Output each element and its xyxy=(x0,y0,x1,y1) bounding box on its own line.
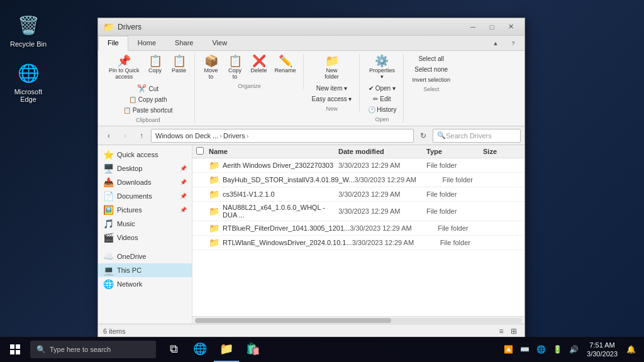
tray-keyboard[interactable]: ⌨️ xyxy=(518,338,531,361)
paste-shortcut-button[interactable]: 📋 Paste shortcut xyxy=(120,105,176,116)
recycle-bin-icon[interactable]: 🗑️ Recycle Bin xyxy=(6,13,50,48)
sidebar-item-documents[interactable]: 📄 Documents 📌 xyxy=(98,189,192,203)
forward-button[interactable]: › xyxy=(118,129,132,143)
copy-to-button[interactable]: 📋 Copyto xyxy=(224,53,247,82)
refresh-button[interactable]: ↻ xyxy=(416,129,430,143)
horizontal-scrollbar[interactable] xyxy=(192,316,525,324)
up-button[interactable]: ↑ xyxy=(135,129,148,143)
back-button[interactable]: ‹ xyxy=(102,129,116,143)
sidebar-item-network[interactable]: 🌐 Network xyxy=(98,277,192,291)
sidebar-item-videos[interactable]: 🎬 Videos xyxy=(98,231,192,244)
table-row[interactable]: 📁 NAU88L21_x64_1.0.6.0_WHQL - DUA ... 3/… xyxy=(192,202,525,221)
details-view-button[interactable]: ≡ xyxy=(496,326,507,337)
task-view-button[interactable]: ⧉ xyxy=(161,337,186,362)
taskbar-explorer-button[interactable]: 📁 xyxy=(214,337,239,362)
tray-notification[interactable]: 🔔 xyxy=(624,338,638,361)
sidebar-label-desktop: Desktop xyxy=(117,165,142,172)
taskbar-store-button[interactable]: 🛍️ xyxy=(240,337,265,362)
properties-button[interactable]: ⚙️ Properties▾ xyxy=(366,53,398,82)
minimize-button[interactable]: ─ xyxy=(464,21,482,33)
window-controls: ─ □ ✕ xyxy=(464,21,519,33)
tab-view[interactable]: View xyxy=(203,36,236,51)
tray-network[interactable]: 🌐 xyxy=(534,338,548,361)
videos-icon: 🎬 xyxy=(103,233,114,243)
start-button[interactable] xyxy=(3,337,28,362)
edit-button[interactable]: ✏ Edit xyxy=(370,94,394,104)
sidebar-label-network: Network xyxy=(117,280,142,288)
cut-button[interactable]: ✂️ Cut xyxy=(134,83,162,94)
sidebar-item-this-pc[interactable]: 💻 This PC xyxy=(98,263,192,277)
windows-logo-icon xyxy=(10,344,20,354)
sidebar-item-pictures[interactable]: 🖼️ Pictures 📌 xyxy=(98,203,192,217)
title-bar: 📁 Drivers ─ □ ✕ xyxy=(98,18,525,36)
cut-icon: ✂️ xyxy=(137,85,147,92)
sidebar-item-downloads[interactable]: 📥 Downloads 📌 xyxy=(98,175,192,189)
sidebar-item-onedrive[interactable]: ☁️ OneDrive xyxy=(98,250,192,263)
taskbar-search-icon: 🔍 xyxy=(36,345,46,354)
tray-volume[interactable]: 🔊 xyxy=(567,338,580,361)
invert-selection-button[interactable]: Invert selection xyxy=(409,75,453,85)
pin-to-quick-access-button[interactable]: 📌 Pin to Quickaccess xyxy=(106,53,143,82)
file-date-3: 3/30/2023 12:29 AM xyxy=(338,207,426,215)
size-column-header[interactable]: Size xyxy=(483,148,521,155)
taskbar-search[interactable]: 🔍 Type here to search xyxy=(30,341,156,358)
rename-button[interactable]: ✏️ Rename xyxy=(272,53,299,82)
new-item-button[interactable]: New item ▾ xyxy=(313,83,350,94)
large-icons-view-button[interactable]: ⊞ xyxy=(508,326,519,337)
copy-button[interactable]: 📋 Copy xyxy=(144,53,167,82)
copy-path-button[interactable]: 📋 Copy path xyxy=(126,94,170,105)
name-column-header[interactable]: Name xyxy=(209,148,338,155)
taskbar-edge-button[interactable]: 🌐 xyxy=(187,337,213,362)
sidebar-item-quick-access[interactable]: ⭐ Quick access xyxy=(98,148,192,162)
svg-rect-3 xyxy=(16,350,20,354)
new-folder-button[interactable]: 📁 Newfolder xyxy=(321,53,343,82)
close-button[interactable]: ✕ xyxy=(502,21,519,33)
paste-button[interactable]: 📋 Paste xyxy=(168,53,191,82)
tab-share[interactable]: Share xyxy=(165,36,203,51)
ribbon-collapse-button[interactable]: ▲ xyxy=(487,37,504,50)
tray-time: 7:51 AM xyxy=(589,341,614,349)
type-column-header[interactable]: Type xyxy=(426,148,483,155)
tab-home[interactable]: Home xyxy=(128,36,165,51)
table-row[interactable]: 📁 RTLWlanE_WindowsDriver_2024.0.10.1... … xyxy=(192,236,525,250)
delete-button[interactable]: ❌ Delete xyxy=(248,53,270,82)
sidebar-item-music[interactable]: 🎵 Music xyxy=(98,217,192,231)
pictures-pin-icon: 📌 xyxy=(180,207,187,213)
easy-access-button[interactable]: Easy access ▾ xyxy=(309,94,355,104)
move-to-button[interactable]: 📦 Moveto xyxy=(200,53,223,82)
open-button[interactable]: ✔ Open ▾ xyxy=(365,83,399,94)
sidebar-item-desktop[interactable]: 🖥️ Desktop 📌 xyxy=(98,162,192,175)
table-row[interactable]: 📁 cs35l41-V1.2.1.0 3/30/2023 12:29 AM Fi… xyxy=(192,187,525,202)
tray-clock[interactable]: 7:51 AM 3/30/2023 xyxy=(583,338,621,361)
search-placeholder: Search Drivers xyxy=(446,132,492,140)
network-icon: 🌐 xyxy=(103,279,114,289)
file-type-4: File folder xyxy=(438,224,494,232)
search-box[interactable]: 🔍 Search Drivers xyxy=(433,129,521,143)
sidebar-label-quick-access: Quick access xyxy=(117,151,158,158)
select-all-checkbox[interactable] xyxy=(196,147,204,155)
select-none-button[interactable]: Select none xyxy=(411,64,451,75)
tray-chevron[interactable]: 🔼 xyxy=(501,338,515,361)
history-button[interactable]: 🕐 History xyxy=(365,104,400,115)
ribbon-help-button[interactable]: ? xyxy=(504,37,522,50)
organize-group: 📦 Moveto 📋 Copyto ❌ Delete ✏️ xyxy=(196,53,304,89)
delete-icon: ❌ xyxy=(252,55,266,67)
address-path[interactable]: Windows on Deck ... › Drivers › xyxy=(151,129,414,143)
table-row[interactable]: 📁 BayHub_SD_STOR_installV3.4.01.89_W... … xyxy=(192,173,525,187)
microsoft-edge-icon[interactable]: 🌐 Microsoft Edge xyxy=(6,60,50,103)
store-taskbar-icon: 🛍️ xyxy=(246,342,260,356)
window-title: Drivers xyxy=(118,23,464,31)
date-column-header[interactable]: Date modified xyxy=(338,148,426,155)
table-row[interactable]: 📁 Aerith Windows Driver_2302270303 3/30/… xyxy=(192,158,525,173)
file-name-4: RTBlueR_FilterDriver_1041.3005_1201... xyxy=(223,224,350,232)
clipboard-group: 📌 Pin to Quickaccess 📋 Copy 📋 Paste xyxy=(102,53,195,123)
desktop: 🗑️ Recycle Bin 🌐 Microsoft Edge 📁 Driver… xyxy=(0,0,644,362)
downloads-pin-icon: 📌 xyxy=(180,179,187,185)
tray-battery[interactable]: 🔋 xyxy=(550,338,564,361)
select-all-button[interactable]: Select all xyxy=(415,53,447,64)
tab-file[interactable]: File xyxy=(98,36,128,51)
maximize-button[interactable]: □ xyxy=(483,21,501,33)
scrollbar-thumb[interactable] xyxy=(195,318,391,323)
paste-icon: 📋 xyxy=(172,55,186,67)
table-row[interactable]: 📁 RTBlueR_FilterDriver_1041.3005_1201...… xyxy=(192,221,525,236)
